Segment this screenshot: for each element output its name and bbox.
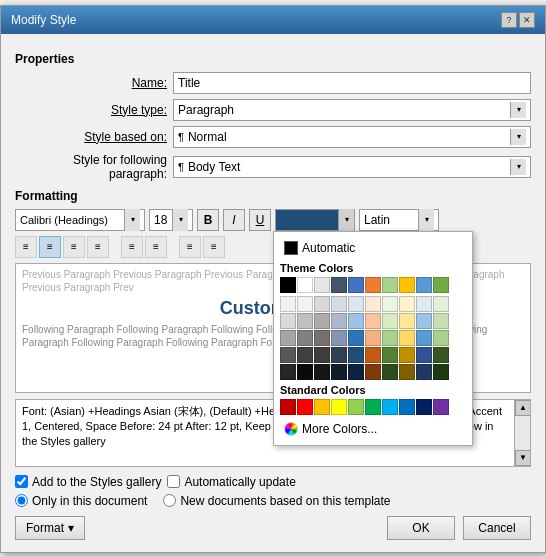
indent-decrease-btn[interactable]: ≡ xyxy=(121,236,143,258)
theme-shade-swatch[interactable] xyxy=(348,347,364,363)
theme-shade-swatch[interactable] xyxy=(433,364,449,380)
align-left-btn[interactable]: ≡ xyxy=(15,236,37,258)
theme-shade-swatch[interactable] xyxy=(365,330,381,346)
standard-color-swatch[interactable] xyxy=(382,399,398,415)
align-center-btn[interactable]: ≡ xyxy=(39,236,61,258)
indent-increase-btn[interactable]: ≡ xyxy=(145,236,167,258)
standard-color-swatch[interactable] xyxy=(416,399,432,415)
standard-color-swatch[interactable] xyxy=(433,399,449,415)
theme-shade-swatch[interactable] xyxy=(382,364,398,380)
standard-color-swatch[interactable] xyxy=(314,399,330,415)
theme-shade-swatch[interactable] xyxy=(314,313,330,329)
theme-shade-swatch[interactable] xyxy=(297,330,313,346)
standard-color-swatch[interactable] xyxy=(365,399,381,415)
line-spacing-btn[interactable]: ≡ xyxy=(179,236,201,258)
theme-shade-swatch[interactable] xyxy=(433,330,449,346)
theme-shade-swatch[interactable] xyxy=(382,296,398,312)
auto-update-checkbox[interactable] xyxy=(167,475,180,488)
theme-shade-swatch[interactable] xyxy=(280,347,296,363)
theme-shade-swatch[interactable] xyxy=(382,347,398,363)
new-documents-radio[interactable] xyxy=(163,494,176,507)
scroll-up-arrow[interactable]: ▲ xyxy=(515,400,531,416)
cancel-button[interactable]: Cancel xyxy=(463,516,531,540)
theme-color-swatch[interactable] xyxy=(416,277,432,293)
theme-shade-swatch[interactable] xyxy=(399,296,415,312)
theme-shade-swatch[interactable] xyxy=(348,330,364,346)
theme-shade-swatch[interactable] xyxy=(314,330,330,346)
more-colors-option[interactable]: More Colors... xyxy=(280,419,466,439)
theme-shade-swatch[interactable] xyxy=(331,364,347,380)
theme-color-swatch[interactable] xyxy=(382,277,398,293)
name-input[interactable]: Title xyxy=(173,72,531,94)
theme-shade-swatch[interactable] xyxy=(365,296,381,312)
theme-shade-swatch[interactable] xyxy=(416,313,432,329)
theme-color-swatch[interactable] xyxy=(314,277,330,293)
style-based-select[interactable]: ¶ Normal ▾ xyxy=(173,126,531,148)
theme-shade-swatch[interactable] xyxy=(314,364,330,380)
theme-shade-swatch[interactable] xyxy=(297,347,313,363)
standard-color-swatch[interactable] xyxy=(399,399,415,415)
standard-color-swatch[interactable] xyxy=(331,399,347,415)
theme-shade-swatch[interactable] xyxy=(348,364,364,380)
theme-color-swatch[interactable] xyxy=(297,277,313,293)
theme-shade-swatch[interactable] xyxy=(433,313,449,329)
automatic-color-option[interactable]: Automatic xyxy=(280,238,466,258)
theme-color-swatch[interactable] xyxy=(399,277,415,293)
standard-color-swatch[interactable] xyxy=(297,399,313,415)
theme-shade-swatch[interactable] xyxy=(416,330,432,346)
theme-shade-swatch[interactable] xyxy=(280,364,296,380)
theme-shade-swatch[interactable] xyxy=(331,296,347,312)
theme-shade-swatch[interactable] xyxy=(331,313,347,329)
theme-shade-swatch[interactable] xyxy=(280,330,296,346)
theme-shade-swatch[interactable] xyxy=(416,296,432,312)
theme-shade-swatch[interactable] xyxy=(416,364,432,380)
theme-shade-swatch[interactable] xyxy=(399,313,415,329)
help-button[interactable]: ? xyxy=(501,12,517,28)
theme-color-swatch[interactable] xyxy=(433,277,449,293)
theme-shade-swatch[interactable] xyxy=(416,347,432,363)
ok-button[interactable]: OK xyxy=(387,516,455,540)
formatting-extra-btn[interactable]: ≡ xyxy=(203,236,225,258)
theme-shade-swatch[interactable] xyxy=(399,347,415,363)
theme-shade-swatch[interactable] xyxy=(331,330,347,346)
close-button[interactable]: ✕ xyxy=(519,12,535,28)
align-right-btn[interactable]: ≡ xyxy=(63,236,85,258)
font-select[interactable]: Calibri (Headings) ▾ xyxy=(15,209,145,231)
scroll-down-arrow[interactable]: ▼ xyxy=(515,450,531,466)
theme-shade-swatch[interactable] xyxy=(348,296,364,312)
theme-shade-swatch[interactable] xyxy=(433,296,449,312)
format-button[interactable]: Format ▾ xyxy=(15,516,85,540)
theme-shade-swatch[interactable] xyxy=(399,330,415,346)
theme-shade-swatch[interactable] xyxy=(314,347,330,363)
standard-color-swatch[interactable] xyxy=(280,399,296,415)
theme-shade-swatch[interactable] xyxy=(433,347,449,363)
theme-shade-swatch[interactable] xyxy=(297,296,313,312)
theme-shade-swatch[interactable] xyxy=(365,313,381,329)
style-following-select[interactable]: ¶ Body Text ▾ xyxy=(173,156,531,178)
theme-shade-swatch[interactable] xyxy=(297,364,313,380)
theme-shade-swatch[interactable] xyxy=(280,313,296,329)
theme-shade-swatch[interactable] xyxy=(280,296,296,312)
language-select[interactable]: Latin ▾ xyxy=(359,209,439,231)
align-justify-btn[interactable]: ≡ xyxy=(87,236,109,258)
font-color-button[interactable]: ▾ xyxy=(275,209,355,231)
theme-color-swatch[interactable] xyxy=(348,277,364,293)
italic-button[interactable]: I xyxy=(223,209,245,231)
size-select[interactable]: 18 ▾ xyxy=(149,209,193,231)
theme-shade-swatch[interactable] xyxy=(382,330,398,346)
add-to-gallery-checkbox[interactable] xyxy=(15,475,28,488)
theme-shade-swatch[interactable] xyxy=(399,364,415,380)
theme-shade-swatch[interactable] xyxy=(365,347,381,363)
only-document-radio[interactable] xyxy=(15,494,28,507)
style-type-select[interactable]: Paragraph ▾ xyxy=(173,99,531,121)
theme-color-swatch[interactable] xyxy=(280,277,296,293)
theme-shade-swatch[interactable] xyxy=(348,313,364,329)
bold-button[interactable]: B xyxy=(197,209,219,231)
theme-shade-swatch[interactable] xyxy=(365,364,381,380)
color-dropdown-arrow[interactable]: ▾ xyxy=(338,209,354,231)
theme-shade-swatch[interactable] xyxy=(331,347,347,363)
description-scrollbar[interactable]: ▲ ▼ xyxy=(514,400,530,466)
theme-shade-swatch[interactable] xyxy=(297,313,313,329)
underline-button[interactable]: U xyxy=(249,209,271,231)
theme-color-swatch[interactable] xyxy=(331,277,347,293)
